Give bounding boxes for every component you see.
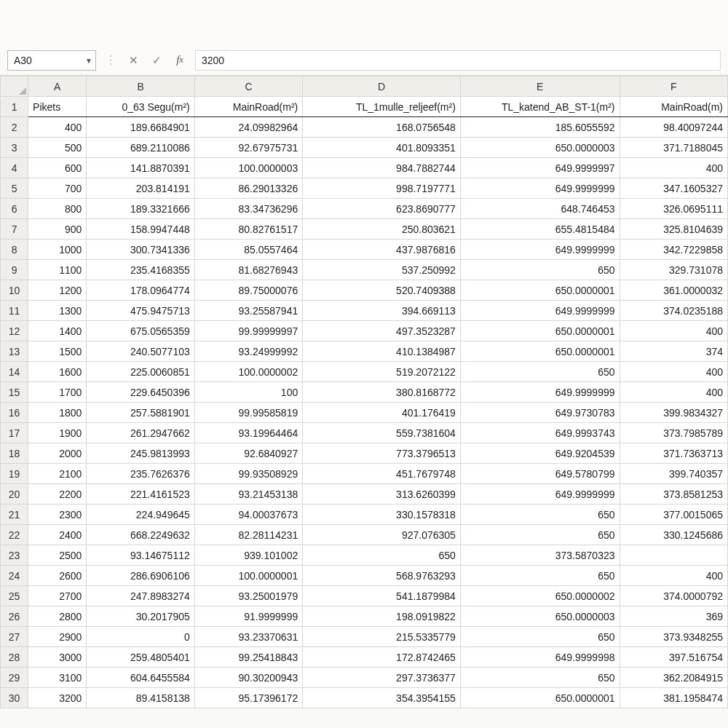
chevron-down-icon[interactable]: ▼ <box>85 56 92 64</box>
cell[interactable]: 286.6906106 <box>87 566 194 586</box>
cell[interactable]: 203.814191 <box>87 178 194 199</box>
row-header[interactable]: 11 <box>1 301 28 321</box>
cell[interactable]: 371.7188045 <box>620 138 727 158</box>
cell[interactable]: 215.5335779 <box>303 627 461 647</box>
cell[interactable]: 158.9947448 <box>87 219 194 240</box>
cell[interactable]: 649.9999998 <box>460 647 620 668</box>
cell[interactable]: 100.0000002 <box>194 362 302 382</box>
cell[interactable]: 189.6684901 <box>87 117 194 138</box>
row-header[interactable]: 4 <box>1 158 28 178</box>
cell[interactable]: 330.1245686 <box>620 525 727 545</box>
cell[interactable]: 297.3736377 <box>303 668 461 688</box>
row-header[interactable]: 1 <box>1 97 28 117</box>
cell[interactable]: 497.3523287 <box>303 321 461 341</box>
cell[interactable]: 400 <box>620 158 727 178</box>
cell[interactable]: 329.731078 <box>620 260 727 280</box>
cell[interactable]: 189.3321666 <box>87 199 194 219</box>
cell[interactable]: 939.101002 <box>194 545 302 566</box>
cell[interactable]: 400 <box>620 321 727 341</box>
row-header[interactable]: 27 <box>1 627 28 647</box>
cell[interactable]: 1200 <box>28 280 87 301</box>
cell[interactable]: 2400 <box>28 525 87 545</box>
col-header-C[interactable]: C <box>194 76 302 97</box>
cell[interactable]: 93.19964464 <box>194 423 302 443</box>
cell[interactable]: 650 <box>303 545 461 566</box>
cell[interactable]: 369 <box>620 606 727 627</box>
cell[interactable]: 649.9999999 <box>460 484 620 505</box>
cell[interactable]: 168.0756548 <box>303 117 461 138</box>
cell[interactable]: 649.9204539 <box>460 443 620 464</box>
row-header[interactable]: 30 <box>1 688 28 708</box>
cell[interactable]: 399.9834327 <box>620 403 727 423</box>
cell[interactable]: 373.9348255 <box>620 627 727 647</box>
cell[interactable]: 650.0000003 <box>460 606 620 627</box>
cell[interactable]: 650 <box>460 627 620 647</box>
col-header-E[interactable]: E <box>460 76 620 97</box>
cell[interactable]: 172.8742465 <box>303 647 461 668</box>
cell[interactable]: 1600 <box>28 362 87 382</box>
cancel-icon[interactable]: ✕ <box>125 52 141 68</box>
cell[interactable]: 400 <box>28 117 87 138</box>
cell[interactable]: 313.6260399 <box>303 484 461 505</box>
cell[interactable]: 373.5870323 <box>460 545 620 566</box>
formula-input[interactable]: 3200 <box>195 50 721 71</box>
select-all-corner[interactable] <box>1 76 28 97</box>
cell[interactable]: 93.23370631 <box>194 627 302 647</box>
cell[interactable]: 0_63 Segu(m²) <box>87 97 194 117</box>
cell[interactable]: 85.0557464 <box>194 240 302 260</box>
cell[interactable]: 326.0695111 <box>620 199 727 219</box>
cell[interactable]: 399.740357 <box>620 464 727 484</box>
col-header-A[interactable]: A <box>28 76 87 97</box>
cell[interactable]: 24.09982964 <box>194 117 302 138</box>
cell[interactable]: 250.803621 <box>303 219 461 240</box>
cell[interactable]: 100.0000003 <box>194 158 302 178</box>
cell[interactable]: 81.68276943 <box>194 260 302 280</box>
cell[interactable]: 2200 <box>28 484 87 505</box>
cell[interactable]: 475.9475713 <box>87 301 194 321</box>
cell[interactable]: 2000 <box>28 443 87 464</box>
cell[interactable]: 998.7197771 <box>303 178 461 199</box>
cell[interactable]: 235.7626376 <box>87 464 194 484</box>
cell[interactable]: 1900 <box>28 423 87 443</box>
cell[interactable]: 98.40097244 <box>620 117 727 138</box>
cell[interactable]: 3200 <box>28 688 87 708</box>
cell[interactable]: 537.250992 <box>303 260 461 280</box>
cell[interactable]: 371.7363713 <box>620 443 727 464</box>
cell[interactable] <box>620 545 727 566</box>
cell[interactable]: 229.6450396 <box>87 382 194 403</box>
cell[interactable]: 89.4158138 <box>87 688 194 708</box>
cell[interactable]: 2100 <box>28 464 87 484</box>
cell[interactable]: 519.2072122 <box>303 362 461 382</box>
cell[interactable]: 373.8581253 <box>620 484 727 505</box>
cell[interactable]: 100 <box>194 382 302 403</box>
cell[interactable]: 394.669113 <box>303 301 461 321</box>
cell[interactable]: 623.8690777 <box>303 199 461 219</box>
cell[interactable]: 700 <box>28 178 87 199</box>
cell[interactable]: 650.0000002 <box>460 586 620 606</box>
cell[interactable]: MainRoad(m) <box>620 97 727 117</box>
cell[interactable]: TL_katend_AB_ST-1(m²) <box>460 97 620 117</box>
accept-icon[interactable]: ✓ <box>149 52 165 68</box>
cell[interactable]: 257.5881901 <box>87 403 194 423</box>
cell[interactable]: 649.9993743 <box>460 423 620 443</box>
cell[interactable]: 373.7985789 <box>620 423 727 443</box>
cell[interactable]: 650 <box>460 668 620 688</box>
cell[interactable]: 649.9999999 <box>460 301 620 321</box>
cell[interactable]: 650.0000001 <box>460 321 620 341</box>
cell[interactable]: 649.9999997 <box>460 158 620 178</box>
cell[interactable]: 245.9813993 <box>87 443 194 464</box>
row-header[interactable]: 23 <box>1 545 28 566</box>
cell[interactable]: 362.2084915 <box>620 668 727 688</box>
cell[interactable]: 675.0565359 <box>87 321 194 341</box>
cell[interactable]: 1000 <box>28 240 87 260</box>
cell[interactable]: 900 <box>28 219 87 240</box>
cell[interactable]: 94.00037673 <box>194 505 302 525</box>
row-header[interactable]: 20 <box>1 484 28 505</box>
cell[interactable]: 2500 <box>28 545 87 566</box>
row-header[interactable]: 2 <box>1 117 28 138</box>
cell[interactable]: 984.7882744 <box>303 158 461 178</box>
cell[interactable]: 2600 <box>28 566 87 586</box>
cell[interactable]: 259.4805401 <box>87 647 194 668</box>
cell[interactable]: 650 <box>460 362 620 382</box>
cell[interactable]: 541.1879984 <box>303 586 461 606</box>
